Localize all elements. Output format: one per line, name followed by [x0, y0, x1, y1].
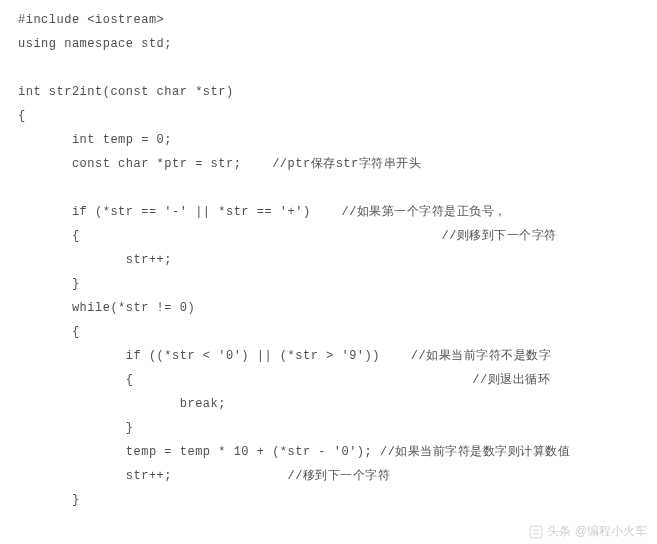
svg-rect-0 — [531, 526, 543, 538]
watermark-text: 头条 @编程小火车 — [547, 523, 647, 540]
code-block: #include <iostream> using namespace std;… — [0, 0, 657, 512]
watermark: 头条 @编程小火车 — [529, 523, 647, 540]
toutiao-icon — [529, 525, 543, 539]
